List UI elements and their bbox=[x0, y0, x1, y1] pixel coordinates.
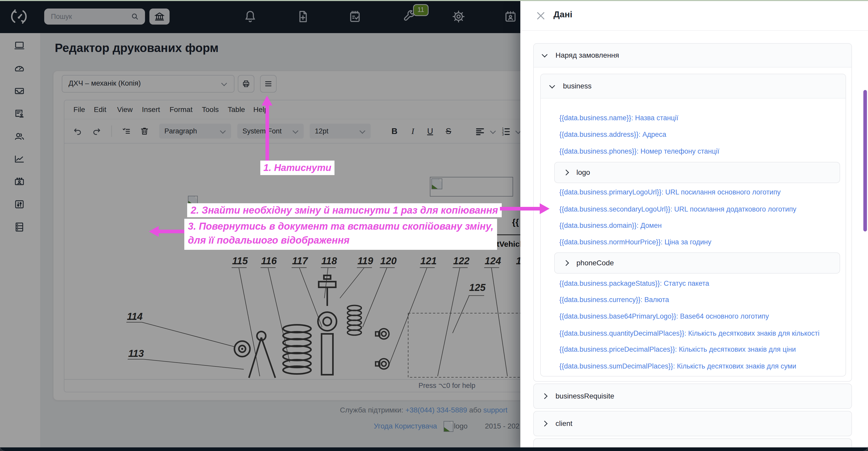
section-order-label: Наряд замовлення bbox=[556, 44, 619, 67]
variable-item[interactable]: {{data.business.quantityDecimalPlaces}}:… bbox=[559, 327, 819, 339]
variable-item[interactable]: {{data.business.normHourPrice}}: Ціна за… bbox=[559, 236, 711, 248]
data-panel: Дані Наряд замовлення business {{data.bu… bbox=[520, 0, 868, 451]
annotation-arrow-up-head bbox=[261, 96, 273, 106]
annotation-step1: 1. Натиснути bbox=[260, 160, 335, 175]
chevron-right-icon bbox=[542, 393, 548, 399]
variable-item[interactable]: {{data.business.base64PrimaryLogo}}: Bas… bbox=[559, 310, 769, 323]
section-business: business {{data.business.name}}: Назва с… bbox=[540, 74, 846, 377]
close-icon[interactable] bbox=[535, 10, 546, 21]
section-businessrequisite[interactable]: businessRequisite bbox=[533, 384, 852, 409]
app-window: Пошук 11 bbox=[0, 0, 868, 451]
section-phonecode-label: phoneCode bbox=[577, 253, 614, 273]
window-bottom-edge bbox=[0, 447, 868, 451]
chevron-down-icon bbox=[542, 52, 548, 58]
section-order: Наряд замовлення business {{data.busines… bbox=[533, 43, 852, 382]
panel-divider bbox=[520, 30, 868, 31]
section-logo-label: logo bbox=[577, 162, 590, 183]
variable-item[interactable]: {{data.business.secondaryLogoUrl}}: URL … bbox=[559, 203, 797, 215]
annotation-step3-line1: 3. Повернутись в документ та вставити ск… bbox=[188, 219, 493, 233]
window-top-edge bbox=[0, 0, 868, 1]
section-businessrequisite-label: businessRequisite bbox=[556, 384, 614, 408]
chevron-down-icon bbox=[549, 83, 555, 89]
variable-item[interactable]: {{data.business.packageStatus}}: Статус … bbox=[559, 277, 709, 290]
annotation-arrow-right-shaft bbox=[500, 207, 540, 211]
variable-item[interactable]: {{data.business.address}}: Адреса bbox=[559, 128, 666, 141]
section-order-header[interactable]: Наряд замовлення bbox=[534, 44, 851, 67]
variable-item[interactable]: {{data.business.currency}}: Валюта bbox=[559, 294, 669, 306]
section-business-label: business bbox=[563, 74, 592, 98]
section-phonecode[interactable]: phoneCode bbox=[554, 252, 840, 274]
variable-item[interactable]: {{data.business.sumDecimalPlaces}}: Кіль… bbox=[559, 360, 796, 372]
variable-item[interactable]: {{data.business.phones}}: Номер телефону… bbox=[559, 145, 719, 157]
variable-item[interactable]: {{data.business.name}}: Назва станції bbox=[559, 112, 678, 124]
annotation-arrow-up-shaft bbox=[266, 105, 269, 160]
chevron-right-icon bbox=[563, 260, 569, 266]
section-business-header[interactable]: business bbox=[541, 74, 845, 98]
annotation-step3-line2: для її подальшого відображення bbox=[188, 233, 493, 247]
annotation-step2: 2. Знайти необхідну зміну й натиснути 1 … bbox=[187, 203, 502, 217]
chevron-right-icon bbox=[542, 421, 548, 427]
variable-item[interactable]: {{data.business.primaryLogoUrl}}: URL по… bbox=[559, 186, 781, 198]
section-client[interactable]: client bbox=[533, 411, 852, 436]
annotation-arrow-left-head bbox=[149, 226, 159, 237]
annotation-arrow-left-shaft bbox=[158, 230, 184, 233]
section-client-label: client bbox=[556, 412, 572, 436]
section-logo[interactable]: logo bbox=[554, 162, 840, 183]
variable-item[interactable]: {{data.business.priceDecimalPlaces}}: Кі… bbox=[559, 343, 796, 356]
panel-title: Дані bbox=[553, 9, 572, 20]
chevron-right-icon bbox=[563, 170, 569, 176]
annotation-arrow-right-head bbox=[540, 203, 550, 214]
panel-scrollbar[interactable] bbox=[863, 90, 867, 232]
variable-item[interactable]: {{data.business.domain}}: Домен bbox=[559, 219, 662, 232]
annotation-step3: 3. Повернутись в документ та вставити ск… bbox=[184, 219, 497, 250]
